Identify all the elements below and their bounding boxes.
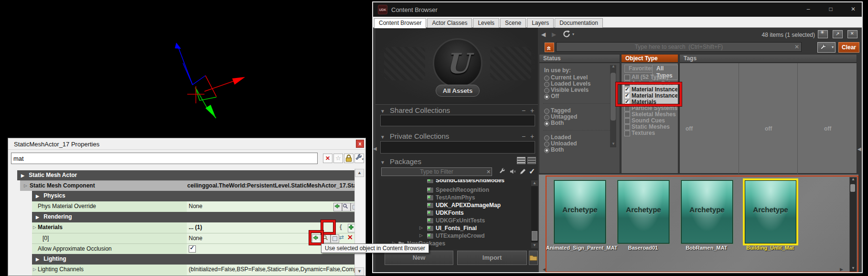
- tab-documentation[interactable]: Documentation: [555, 18, 603, 28]
- row-static-mesh-component[interactable]: ▷ Static Mesh Component ceilinggoal.TheW…: [20, 180, 354, 191]
- checkbox-textures[interactable]: [624, 131, 630, 136]
- use-selected-icon[interactable]: [333, 203, 342, 211]
- all-assets-button[interactable]: All Assets: [436, 85, 480, 97]
- detail-view-icon[interactable]: [527, 157, 536, 164]
- radio-visible-levels[interactable]: [544, 88, 549, 93]
- refresh-dropdown-icon[interactable]: ▾: [572, 32, 574, 36]
- filter-wrench-icon[interactable]: [499, 168, 506, 175]
- shared-collections-header[interactable]: ▼ Shared Collections: [380, 106, 450, 114]
- section-static-mesh-actor[interactable]: ▶ Static Mesh Actor: [17, 170, 354, 180]
- checkbox-checked[interactable]: ✓: [189, 245, 196, 253]
- row-lighting-channels[interactable]: ▷ Lighting Channels (bInitialized=False,…: [32, 265, 354, 275]
- history-back-icon[interactable]: ◀: [541, 31, 546, 38]
- tab-scene[interactable]: Scene: [500, 18, 526, 28]
- clear-value-icon[interactable]: [331, 234, 339, 243]
- duplicate-icon[interactable]: ⇄: [339, 234, 344, 241]
- private-collections-header[interactable]: ▼ Private Collections: [380, 132, 449, 140]
- scroll-down-icon[interactable]: ▼: [531, 243, 538, 248]
- clear-search-text-icon[interactable]: ✕: [794, 44, 799, 50]
- float-window-icon[interactable]: ↗: [833, 30, 843, 38]
- scroll-up-icon[interactable]: ▲: [355, 169, 364, 177]
- private-collections-list[interactable]: [380, 141, 535, 154]
- expand-filter-chevrons-button[interactable]: »: [545, 43, 554, 52]
- close-icon[interactable]: x: [356, 140, 364, 148]
- checkbox-static-meshes[interactable]: [624, 124, 630, 130]
- packages-header[interactable]: ▼ Packages: [380, 157, 421, 166]
- clear-filter-icon[interactable]: ✕: [486, 169, 491, 175]
- checkbox-sound-cues[interactable]: [624, 118, 630, 124]
- delete-icon[interactable]: ✕: [347, 233, 353, 241]
- new-browser-window-icon[interactable]: ✳: [818, 30, 828, 38]
- lock-icon[interactable]: [344, 154, 354, 163]
- close-pane-icon[interactable]: ✕: [847, 30, 857, 38]
- radio-current-level[interactable]: [544, 76, 549, 81]
- filter-tags-header[interactable]: Tags: [679, 54, 857, 63]
- refresh-icon[interactable]: [562, 30, 571, 38]
- radio-untagged[interactable]: [544, 115, 549, 120]
- close-icon[interactable]: ✕: [847, 5, 859, 14]
- section-physics[interactable]: ▶ Physics: [32, 191, 354, 201]
- radio-tagged[interactable]: [544, 109, 549, 114]
- tab-content-browser[interactable]: Content Browser: [374, 18, 426, 28]
- checkbox-skeletal-meshes[interactable]: [624, 112, 630, 118]
- scroll-down-icon[interactable]: ▼: [355, 267, 364, 276]
- list-view-icon[interactable]: [517, 157, 525, 164]
- row-material-element-0[interactable]: [0] None ⇄ ✕: [32, 233, 354, 243]
- tag-group-state[interactable]: off: [824, 125, 831, 132]
- import-button[interactable]: Import: [457, 251, 527, 265]
- remove-collection-button[interactable]: −: [520, 132, 527, 140]
- collapse-brace-icon[interactable]: {: [340, 223, 342, 230]
- history-forward-icon[interactable]: ▶: [552, 31, 556, 38]
- tab-actor-classes[interactable]: Actor Classes: [427, 18, 472, 28]
- radio-unloaded[interactable]: [544, 142, 549, 147]
- package-tree[interactable]: SoundClassesAndModes SpeechRecognition T…: [378, 179, 537, 249]
- tab-layers[interactable]: Layers: [527, 18, 554, 28]
- package-filter-input[interactable]: [381, 167, 492, 176]
- radio-tag-both[interactable]: [544, 121, 549, 126]
- scroll-thumb[interactable]: [532, 231, 537, 241]
- options-wrench-icon[interactable]: ▾: [354, 154, 364, 163]
- package-tree-scrollbar[interactable]: ▲ ▼: [531, 180, 538, 248]
- filter-status-header[interactable]: Status: [539, 54, 620, 63]
- collapse-left-panel-icon[interactable]: ◀: [373, 146, 377, 151]
- open-folder-button[interactable]: [529, 251, 538, 265]
- scroll-up-icon[interactable]: ▲: [531, 180, 538, 186]
- checkbox-all-types[interactable]: [624, 75, 630, 80]
- clear-search-icon[interactable]: ✕: [323, 154, 332, 163]
- row-materials[interactable]: ▷ Materials ... (1) {: [32, 222, 354, 233]
- clear-filters-button[interactable]: Clear: [838, 42, 859, 53]
- properties-scrollbar[interactable]: ▲ ▼: [354, 169, 364, 276]
- tab-levels[interactable]: Levels: [473, 18, 499, 28]
- properties-search-input[interactable]: [11, 153, 318, 164]
- add-collection-button[interactable]: +: [529, 132, 536, 140]
- properties-titlebar[interactable]: StaticMeshActor_17 Properties: [8, 138, 365, 150]
- expand-arrow-icon[interactable]: ▷: [419, 225, 423, 230]
- section-lighting[interactable]: ▶ Lighting: [32, 254, 354, 265]
- filter-object-type-header[interactable]: Object Type: [621, 54, 678, 63]
- row-phys-material-override[interactable]: Phys Material Override None: [32, 201, 354, 212]
- status-scrollbar[interactable]: ▲ ▼: [610, 65, 616, 147]
- remove-collection-button[interactable]: −: [520, 107, 527, 114]
- add-collection-button[interactable]: +: [529, 107, 536, 114]
- expand-arrow-icon[interactable]: ▷: [419, 233, 423, 238]
- minimize-icon[interactable]: –: [803, 5, 814, 14]
- radio-loaded-levels[interactable]: [544, 82, 549, 87]
- radio-load-both[interactable]: [544, 148, 549, 153]
- rename-pencil-icon[interactable]: [519, 168, 526, 175]
- favorites-star-icon[interactable]: ☆: [333, 154, 343, 163]
- checkbox-particle-systems[interactable]: [624, 106, 630, 111]
- maximize-icon[interactable]: □: [825, 5, 836, 14]
- search-options-button[interactable]: ▾: [817, 42, 836, 53]
- content-browser-titlebar[interactable]: UDK Content Browser – □ ✕: [373, 2, 862, 17]
- radio-loaded[interactable]: [544, 135, 549, 141]
- tag-group-state[interactable]: off: [686, 125, 693, 132]
- collapse-filter-panel-icon[interactable]: ◀: [857, 146, 861, 152]
- radio-off[interactable]: [544, 94, 549, 99]
- mute-speaker-icon[interactable]: [509, 168, 516, 175]
- section-rendering[interactable]: ▶ Rendering: [32, 212, 354, 222]
- confirm-check-icon[interactable]: ✓: [529, 167, 535, 176]
- tag-group-state[interactable]: off: [765, 125, 772, 132]
- search-input[interactable]: [556, 42, 802, 52]
- shared-collections-list[interactable]: [380, 115, 535, 126]
- find-icon[interactable]: [342, 203, 351, 211]
